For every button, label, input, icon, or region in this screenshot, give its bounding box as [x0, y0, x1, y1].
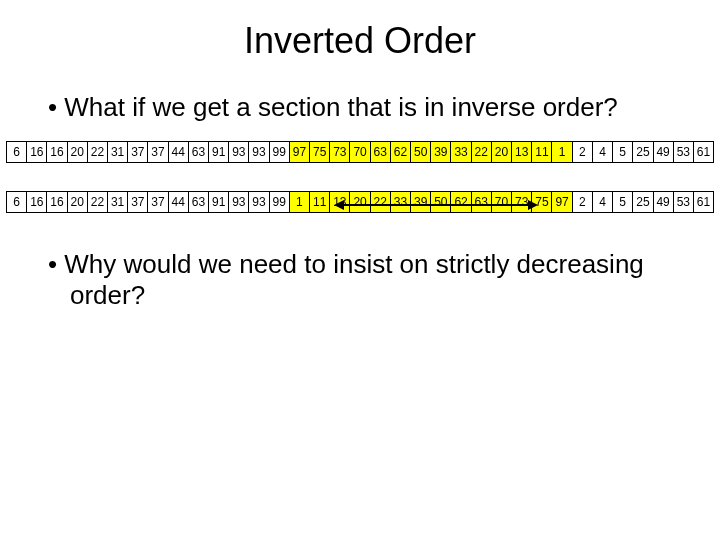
array-cell: 53 — [674, 192, 694, 212]
slide-title: Inverted Order — [0, 0, 720, 92]
array-cell: 16 — [27, 142, 47, 162]
array-cell: 37 — [128, 142, 148, 162]
array-cell: 63 — [189, 142, 209, 162]
array-row-before: 6161620223137374463919393999775737063625… — [6, 141, 714, 163]
array-cell: 93 — [249, 142, 269, 162]
array-cell: 2 — [573, 192, 593, 212]
array-cell: 61 — [694, 142, 714, 162]
array-cell: 22 — [88, 142, 108, 162]
array-cell: 50 — [411, 142, 431, 162]
array-cell: 93 — [249, 192, 269, 212]
array-cell: 97 — [552, 192, 572, 212]
array-cell: 97 — [290, 142, 310, 162]
array-cell: 1 — [552, 142, 572, 162]
array-cell: 4 — [593, 142, 613, 162]
array-cell: 16 — [47, 142, 67, 162]
array-cell: 93 — [229, 192, 249, 212]
array-cell: 4 — [593, 192, 613, 212]
array-cell: 5 — [613, 192, 633, 212]
array-cell: 11 — [532, 142, 552, 162]
array-cell: 31 — [108, 192, 128, 212]
array-cell: 37 — [128, 192, 148, 212]
bullet-strictly-decreasing: Why would we need to insist on strictly … — [0, 249, 720, 311]
array-cell: 70 — [350, 142, 370, 162]
array-cell: 1 — [290, 192, 310, 212]
array-cell: 91 — [209, 192, 229, 212]
array-cell: 16 — [27, 192, 47, 212]
array-cell: 63 — [371, 142, 391, 162]
array-cell: 49 — [654, 142, 674, 162]
array-cell: 6 — [7, 192, 27, 212]
array-cell: 25 — [633, 142, 653, 162]
array-cell: 20 — [68, 142, 88, 162]
bullet-inverse-question: What if we get a section that is in inve… — [0, 92, 720, 123]
array-cell: 31 — [108, 142, 128, 162]
array-cell: 73 — [330, 142, 350, 162]
array-cell: 44 — [169, 192, 189, 212]
array-cell: 93 — [229, 142, 249, 162]
array-cell: 62 — [391, 142, 411, 162]
array-cell: 20 — [68, 192, 88, 212]
array-cell: 91 — [209, 142, 229, 162]
bidirectional-arrow — [334, 198, 538, 212]
array-cell: 6 — [7, 142, 27, 162]
array-cell: 16 — [47, 192, 67, 212]
array-cell: 22 — [472, 142, 492, 162]
array-cell: 49 — [654, 192, 674, 212]
array-cell: 33 — [451, 142, 471, 162]
array-cell: 61 — [694, 192, 714, 212]
array-cell: 53 — [674, 142, 694, 162]
array-cell: 75 — [310, 142, 330, 162]
array-cell: 37 — [148, 192, 168, 212]
array-cell: 44 — [169, 142, 189, 162]
arrowhead-right-icon — [528, 200, 538, 210]
array-cell: 99 — [270, 142, 290, 162]
array-cell: 25 — [633, 192, 653, 212]
array-cell: 5 — [613, 142, 633, 162]
array-cell: 39 — [431, 142, 451, 162]
array-cell: 99 — [270, 192, 290, 212]
arrow-line — [341, 204, 531, 206]
array-cell: 20 — [492, 142, 512, 162]
array-cell: 2 — [573, 142, 593, 162]
array-cell: 11 — [310, 192, 330, 212]
array-cell: 37 — [148, 142, 168, 162]
array-cell: 22 — [88, 192, 108, 212]
array-cell: 13 — [512, 142, 532, 162]
array-cell: 63 — [189, 192, 209, 212]
